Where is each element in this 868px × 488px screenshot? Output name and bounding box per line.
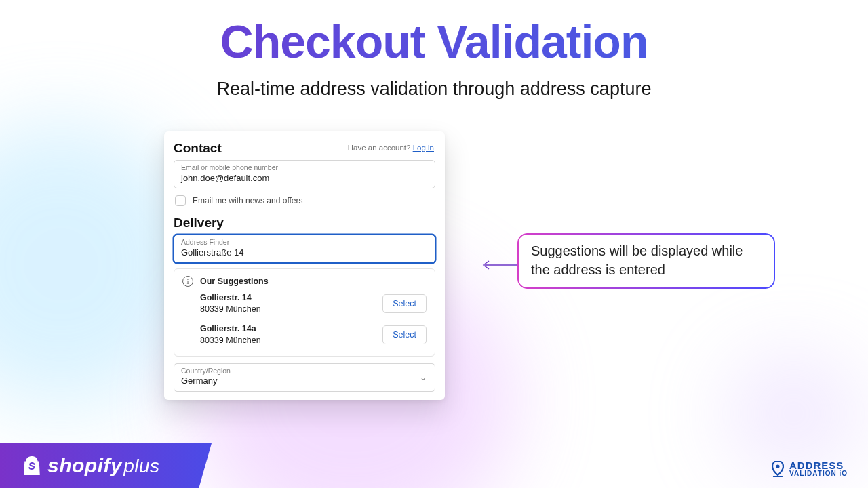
page-headline: Checkout Validation bbox=[0, 15, 868, 68]
email-field[interactable]: Email or mobile phone number john.doe@de… bbox=[174, 160, 435, 188]
address-finder-value[interactable] bbox=[181, 247, 428, 258]
account-prompt: Have an account? Log in bbox=[348, 144, 434, 152]
login-link[interactable]: Log in bbox=[413, 144, 434, 152]
news-checkbox-label: Email me with news and offers bbox=[193, 196, 303, 205]
shopify-plus-text: shopifyplus bbox=[47, 454, 160, 477]
country-label: Country/Region bbox=[181, 367, 428, 375]
address-finder-input[interactable]: Address Finder bbox=[174, 235, 435, 264]
address-validation-io-logo: ADDRESS VALIDATION iO bbox=[772, 460, 848, 477]
select-button[interactable]: Select bbox=[382, 325, 427, 344]
avio-line1: ADDRESS bbox=[789, 460, 848, 470]
suggestion-row: Gollierstr. 14a 80339 München Select bbox=[182, 318, 427, 349]
callout-arrow-icon bbox=[479, 258, 517, 272]
page-subhead: Real-time address validation through add… bbox=[0, 79, 868, 100]
email-label: Email or mobile phone number bbox=[181, 164, 428, 172]
suggestions-title: Our Suggestions bbox=[200, 277, 269, 286]
country-select[interactable]: Country/Region Germany ⌄ bbox=[174, 363, 435, 392]
callout-bubble: Suggestions will be displayed while the … bbox=[517, 233, 775, 289]
checkbox-box-icon bbox=[175, 195, 186, 206]
delivery-heading: Delivery bbox=[174, 216, 435, 230]
email-value: john.doe@default.com bbox=[181, 173, 428, 184]
info-icon: i bbox=[182, 276, 193, 287]
chevron-down-icon: ⌄ bbox=[420, 373, 427, 382]
checkout-card: Contact Have an account? Log in Email or… bbox=[164, 131, 445, 400]
shopify-plus-badge: shopifyplus bbox=[0, 443, 212, 488]
suggestion-line1: Gollierstr. 14a bbox=[200, 323, 261, 335]
address-finder-label: Address Finder bbox=[181, 239, 428, 247]
svg-point-1 bbox=[776, 464, 779, 468]
select-button[interactable]: Select bbox=[382, 294, 427, 313]
suggestion-line1: Gollierstr. 14 bbox=[200, 292, 261, 304]
suggestions-panel: i Our Suggestions Gollierstr. 14 80339 M… bbox=[174, 268, 435, 357]
map-pin-icon bbox=[772, 461, 784, 477]
country-value: Germany bbox=[181, 375, 428, 386]
shopify-bag-icon bbox=[23, 455, 41, 476]
avio-line2: VALIDATION iO bbox=[789, 470, 848, 477]
suggestion-row: Gollierstr. 14 80339 München Select bbox=[182, 287, 427, 318]
news-checkbox[interactable]: Email me with news and offers bbox=[175, 195, 435, 206]
suggestion-line2: 80339 München bbox=[200, 304, 261, 315]
suggestion-line2: 80339 München bbox=[200, 335, 261, 346]
